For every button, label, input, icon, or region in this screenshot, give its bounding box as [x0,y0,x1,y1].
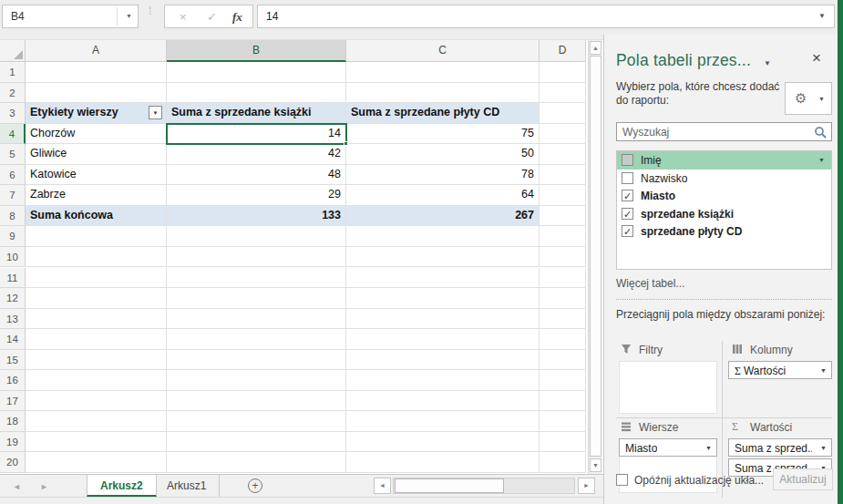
cell-A11[interactable] [26,268,167,289]
row-header-18[interactable]: 18 [0,411,26,432]
formula-bar-expand-icon[interactable]: ▼ [818,12,826,20]
cell-B3[interactable]: Suma z sprzedane książki [167,103,346,124]
cell-D11[interactable] [540,268,586,289]
cell-C9[interactable] [346,226,540,247]
cell-D3[interactable] [540,103,586,124]
scroll-up-icon[interactable]: ▲ [590,41,601,55]
cell-D18[interactable] [540,411,586,432]
cell-B17[interactable] [167,391,346,412]
cell-B13[interactable] [167,309,346,330]
cell-C19[interactable] [346,432,540,453]
chip-dropdown-icon[interactable]: ▼ [705,445,712,451]
cell-A4[interactable]: Chorzów [26,124,167,145]
row-header-16[interactable]: 16 [0,370,26,391]
cell-B14[interactable] [167,329,346,350]
cell-B18[interactable] [167,411,346,432]
scroll-right-icon[interactable]: ► [578,478,595,494]
cell-D2[interactable] [540,83,586,104]
select-all-corner[interactable] [0,40,26,62]
horizontal-scrollbar[interactable] [393,478,575,494]
cell-A9[interactable] [26,226,167,247]
row-header-17[interactable]: 17 [0,391,26,412]
tab-nav-left-icon[interactable]: ◄ [13,482,21,491]
row-header-5[interactable]: 5 [0,144,26,165]
vertical-scrollbar[interactable]: ▲ ▼ [588,40,601,474]
cell-C16[interactable] [346,370,540,391]
cell-A3[interactable]: Etykiety wierszy▼ [26,103,167,124]
cell-B16[interactable] [167,370,346,391]
new-sheet-icon[interactable]: + [248,478,262,493]
row-header-11[interactable]: 11 [0,268,26,289]
cell-D14[interactable] [540,329,586,350]
pane-close-icon[interactable]: × [812,49,821,67]
cancel-icon[interactable]: × [180,10,187,24]
defer-update-checkbox[interactable] [616,474,628,486]
cell-A18[interactable] [26,411,167,432]
row-header-3[interactable]: 3 [0,103,26,124]
cell-D1[interactable] [540,62,586,83]
cell-D12[interactable] [540,288,586,309]
row-header-19[interactable]: 19 [0,432,26,453]
cell-D16[interactable] [540,370,586,391]
field-checkbox[interactable]: ✓ [622,225,633,237]
cell-D7[interactable] [540,185,586,206]
cell-B11[interactable] [167,268,346,289]
field-checkbox[interactable] [622,154,633,166]
tools-button[interactable]: ⚙ ▼ [785,82,832,115]
cell-B5[interactable]: 42 [167,144,346,165]
cell-C14[interactable] [346,329,540,350]
more-tables-link[interactable]: Więcej tabel... [616,277,684,290]
field-item-miasto[interactable]: ✓Miasto [617,187,831,205]
tab-nav-right-icon[interactable]: ► [40,482,48,491]
fill-handle[interactable] [344,141,348,146]
row-header-15[interactable]: 15 [0,350,26,371]
rows-field-chip[interactable]: Miasto▼ [619,438,717,457]
row-header-13[interactable]: 13 [0,309,26,330]
cell-A10[interactable] [26,247,167,268]
cell-B8[interactable]: 133 [167,206,346,227]
column-header-A[interactable]: A [26,40,167,62]
cell-C12[interactable] [346,288,540,309]
vertical-scroll-thumb[interactable] [590,56,601,457]
cell-D10[interactable] [540,247,586,268]
cell-B20[interactable] [167,452,346,473]
cell-A8[interactable]: Suma końcowa [26,206,167,227]
cell-D13[interactable] [540,309,586,330]
cell-A1[interactable] [26,62,167,83]
values-field-chip[interactable]: Suma z sprzed...▼ [728,438,832,457]
cell-B12[interactable] [167,288,346,309]
cell-A17[interactable] [26,391,167,412]
row-header-14[interactable]: 14 [0,329,26,350]
cell-C4[interactable]: 75 [346,124,540,145]
column-header-C[interactable]: C [346,40,540,62]
cell-C10[interactable] [346,247,540,268]
field-item-sprzedane-p-yty-cd[interactable]: ✓sprzedane płyty CD [617,222,831,241]
field-dropdown-icon[interactable]: ▼ [818,157,825,163]
cell-D17[interactable] [540,391,586,412]
field-item-sprzedane-ksi-ki[interactable]: ✓sprzedane książki [617,205,831,223]
row-header-6[interactable]: 6 [0,165,26,186]
cell-B9[interactable] [167,226,346,247]
cell-C8[interactable]: 267 [346,206,540,227]
horizontal-scroll-thumb[interactable] [395,478,504,493]
columns-field-chip[interactable]: Σ Wartości▼ [728,361,832,379]
row-header-12[interactable]: 12 [0,288,26,309]
insert-function-icon[interactable]: fx [232,10,242,25]
update-button[interactable]: Aktualizuj [773,468,833,490]
cell-C6[interactable]: 78 [346,165,540,186]
cell-B2[interactable] [167,83,346,104]
sheet-tab-arkusz2[interactable]: Arkusz2 [87,475,157,497]
cell-D4[interactable] [540,124,586,145]
filters-dropzone[interactable] [619,361,717,414]
cell-A7[interactable]: Zabrze [26,185,167,206]
row-header-7[interactable]: 7 [0,185,26,206]
field-checkbox[interactable]: ✓ [622,190,633,201]
cell-A20[interactable] [26,452,167,473]
cell-C18[interactable] [346,411,540,432]
row-header-4[interactable]: 4 [0,124,26,145]
name-box[interactable]: B4 ▼ [2,5,139,28]
cell-C5[interactable]: 50 [346,144,540,165]
cell-A15[interactable] [26,350,167,371]
scroll-down-icon[interactable]: ▼ [590,458,601,472]
cell-B15[interactable] [167,350,346,371]
